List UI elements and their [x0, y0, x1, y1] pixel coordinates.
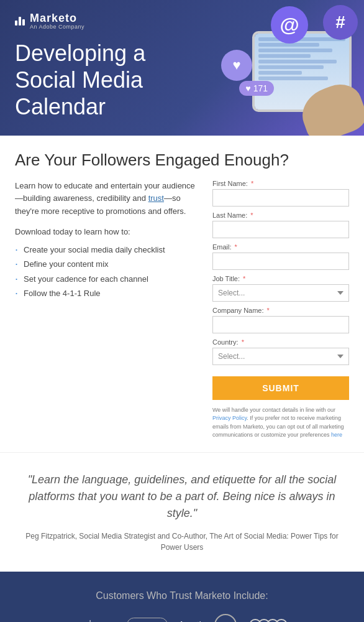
two-column-layout: Learn how to educate and entertain your … — [15, 180, 349, 440]
submit-button[interactable]: SUBMIT — [212, 376, 349, 400]
quote-section: "Learn the language, guidelines, and eti… — [0, 452, 364, 572]
country-group: Country: * Select... — [212, 338, 349, 365]
left-column: Learn how to educate and entertain your … — [15, 180, 198, 301]
privacy-notice: We will handle your contact details in l… — [212, 406, 349, 440]
country-select[interactable]: Select... — [212, 348, 349, 365]
feature-list: Create your social media daily checklist… — [15, 243, 198, 301]
roche-logo: Roche — [127, 618, 168, 622]
list-item: Create your social media daily checklist — [15, 243, 198, 258]
intro-paragraph: Learn how to educate and entertain your … — [15, 180, 198, 218]
company-name-input[interactable] — [212, 316, 349, 333]
email-group: Email: * — [212, 243, 349, 270]
job-title-label: Job Title: * — [212, 275, 349, 282]
first-name-group: First Name: * — [212, 180, 349, 207]
logo-name: Marketo — [30, 12, 84, 24]
heart-icon: ♥ — [221, 50, 252, 81]
trust-link: trust — [148, 193, 164, 203]
bnz-logo: bnz·: — [180, 620, 202, 622]
likes-badge: ♥ 171 — [239, 81, 274, 96]
header-title: Developing a Social Media Calendar — [15, 40, 164, 121]
quote-author: Peg Fitzpatrick, Social Media Strategist… — [25, 531, 339, 553]
quote-text: "Learn the language, guidelines, and eti… — [25, 471, 339, 522]
job-title-group: Job Title: * Select... — [212, 275, 349, 302]
hash-icon: # — [323, 5, 358, 40]
main-content: Are Your Followers Engaged Enough? Learn… — [0, 136, 364, 452]
header-section: Marketo An Adobe Company Developing a So… — [0, 0, 364, 136]
e-logo: ε — [214, 614, 237, 622]
last-name-label: Last Name: * — [212, 211, 349, 219]
job-title-select[interactable]: Select... — [212, 284, 349, 302]
brand-logos-row: FUjITSU Roche bnz·: ε — [15, 614, 349, 622]
footer-title: Customers Who Trust Marketo Include: — [15, 590, 349, 601]
form-column: First Name: * Last Name: * Email: * — [212, 180, 349, 440]
company-name-group: Company Name: * — [212, 307, 349, 333]
section-title: Are Your Followers Engaged Enough? — [15, 151, 349, 170]
last-name-group: Last Name: * — [212, 211, 349, 238]
list-item: Define your content mix — [15, 257, 198, 272]
logo-icon — [15, 17, 25, 26]
list-item: Follow the 4-1-1 Rule — [15, 286, 198, 301]
logo-sub: An Adobe Company — [30, 24, 84, 30]
likes-count: 171 — [253, 83, 268, 93]
company-name-label: Company Name: * — [212, 307, 349, 314]
download-label: Download today to learn how to: — [15, 227, 198, 236]
audi-logo — [249, 619, 288, 622]
footer-section: Customers Who Trust Marketo Include: FUj… — [0, 572, 364, 622]
first-name-label: First Name: * — [212, 180, 349, 187]
privacy-policy-link[interactable]: Privacy Policy — [212, 415, 247, 421]
registration-form: First Name: * Last Name: * Email: * — [212, 180, 349, 440]
heart-small-icon: ♥ — [245, 83, 250, 93]
first-name-input[interactable] — [212, 189, 349, 207]
preferences-link[interactable]: here — [331, 432, 342, 438]
list-item: Set your cadence for each channel — [15, 272, 198, 287]
email-label: Email: * — [212, 243, 349, 251]
country-label: Country: * — [212, 338, 349, 346]
last-name-input[interactable] — [212, 221, 349, 238]
email-input[interactable] — [212, 253, 349, 270]
required-indicator: * — [249, 180, 253, 187]
fujitsu-logo: FUjITSU — [76, 620, 114, 622]
at-icon: @ — [271, 6, 308, 44]
